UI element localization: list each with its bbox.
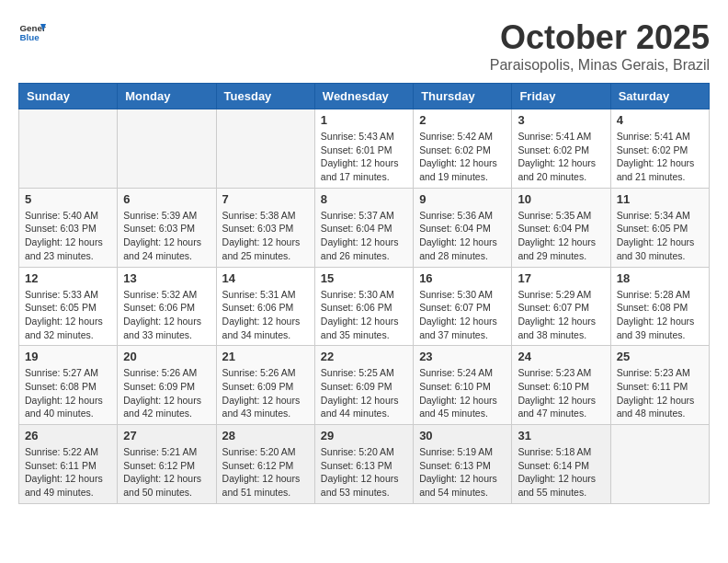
page-header: General Blue October 2025 Paraisopolis, … xyxy=(18,18,710,74)
day-info: Sunrise: 5:36 AMSunset: 6:04 PMDaylight:… xyxy=(419,209,506,263)
calendar-cell: 22Sunrise: 5:25 AMSunset: 6:09 PMDayligh… xyxy=(314,346,413,425)
weekday-header-sunday: Sunday xyxy=(19,84,118,109)
day-number: 18 xyxy=(617,271,703,285)
calendar-cell: 27Sunrise: 5:21 AMSunset: 6:12 PMDayligh… xyxy=(118,425,216,504)
day-info: Sunrise: 5:38 AMSunset: 6:03 PMDaylight:… xyxy=(222,209,309,263)
day-number: 8 xyxy=(321,192,407,206)
calendar-cell xyxy=(19,109,118,189)
week-row-4: 19Sunrise: 5:27 AMSunset: 6:08 PMDayligh… xyxy=(19,346,710,425)
day-number: 19 xyxy=(25,350,111,363)
day-number: 21 xyxy=(222,350,309,363)
day-info: Sunrise: 5:30 AMSunset: 6:07 PMDaylight:… xyxy=(419,288,506,342)
day-number: 10 xyxy=(518,192,604,206)
day-info: Sunrise: 5:39 AMSunset: 6:03 PMDaylight:… xyxy=(123,209,210,263)
calendar-cell: 31Sunrise: 5:18 AMSunset: 6:14 PMDayligh… xyxy=(512,425,610,504)
week-row-3: 12Sunrise: 5:33 AMSunset: 6:05 PMDayligh… xyxy=(19,267,710,346)
logo: General Blue xyxy=(18,18,50,46)
location-title: Paraisopolis, Minas Gerais, Brazil xyxy=(490,57,710,74)
day-info: Sunrise: 5:42 AMSunset: 6:02 PMDaylight:… xyxy=(419,130,506,184)
day-info: Sunrise: 5:25 AMSunset: 6:09 PMDaylight:… xyxy=(321,366,407,420)
logo-icon: General Blue xyxy=(18,18,46,46)
day-info: Sunrise: 5:18 AMSunset: 6:14 PMDaylight:… xyxy=(518,445,604,500)
calendar-cell: 12Sunrise: 5:33 AMSunset: 6:05 PMDayligh… xyxy=(19,267,118,346)
calendar-cell: 28Sunrise: 5:20 AMSunset: 6:12 PMDayligh… xyxy=(216,425,314,504)
calendar-table: SundayMondayTuesdayWednesdayThursdayFrid… xyxy=(18,83,710,504)
day-number: 28 xyxy=(222,429,309,442)
week-row-5: 26Sunrise: 5:22 AMSunset: 6:11 PMDayligh… xyxy=(19,425,710,504)
month-title: October 2025 xyxy=(490,18,710,57)
day-number: 5 xyxy=(25,192,111,206)
calendar-cell: 5Sunrise: 5:40 AMSunset: 6:03 PMDaylight… xyxy=(19,188,118,267)
calendar-cell: 30Sunrise: 5:19 AMSunset: 6:13 PMDayligh… xyxy=(414,425,512,504)
day-number: 1 xyxy=(321,113,407,127)
calendar-cell: 23Sunrise: 5:24 AMSunset: 6:10 PMDayligh… xyxy=(414,346,512,425)
day-info: Sunrise: 5:24 AMSunset: 6:10 PMDaylight:… xyxy=(419,366,506,420)
day-number: 12 xyxy=(25,271,111,285)
calendar-cell: 6Sunrise: 5:39 AMSunset: 6:03 PMDaylight… xyxy=(118,188,216,267)
day-number: 31 xyxy=(518,429,604,442)
day-info: Sunrise: 5:35 AMSunset: 6:04 PMDaylight:… xyxy=(518,209,604,263)
day-number: 20 xyxy=(123,350,210,363)
calendar-cell: 16Sunrise: 5:30 AMSunset: 6:07 PMDayligh… xyxy=(414,267,512,346)
day-info: Sunrise: 5:30 AMSunset: 6:06 PMDaylight:… xyxy=(321,288,407,342)
day-info: Sunrise: 5:21 AMSunset: 6:12 PMDaylight:… xyxy=(123,445,210,500)
title-section: October 2025 Paraisopolis, Minas Gerais,… xyxy=(490,18,710,74)
calendar-cell xyxy=(610,425,709,504)
day-info: Sunrise: 5:43 AMSunset: 6:01 PMDaylight:… xyxy=(321,130,407,184)
calendar-cell: 20Sunrise: 5:26 AMSunset: 6:09 PMDayligh… xyxy=(118,346,216,425)
weekday-header-row: SundayMondayTuesdayWednesdayThursdayFrid… xyxy=(19,84,710,109)
calendar-cell: 18Sunrise: 5:28 AMSunset: 6:08 PMDayligh… xyxy=(610,267,709,346)
calendar-cell: 10Sunrise: 5:35 AMSunset: 6:04 PMDayligh… xyxy=(512,188,610,267)
day-info: Sunrise: 5:41 AMSunset: 6:02 PMDaylight:… xyxy=(518,130,604,184)
calendar-cell: 25Sunrise: 5:23 AMSunset: 6:11 PMDayligh… xyxy=(610,346,709,425)
day-info: Sunrise: 5:22 AMSunset: 6:11 PMDaylight:… xyxy=(25,445,111,500)
day-info: Sunrise: 5:34 AMSunset: 6:05 PMDaylight:… xyxy=(617,209,703,263)
day-number: 2 xyxy=(419,113,506,127)
calendar-cell: 17Sunrise: 5:29 AMSunset: 6:07 PMDayligh… xyxy=(512,267,610,346)
day-number: 4 xyxy=(617,113,703,127)
day-number: 15 xyxy=(321,271,407,285)
calendar-cell: 9Sunrise: 5:36 AMSunset: 6:04 PMDaylight… xyxy=(414,188,512,267)
day-info: Sunrise: 5:20 AMSunset: 6:13 PMDaylight:… xyxy=(321,445,407,500)
weekday-header-tuesday: Tuesday xyxy=(216,84,314,109)
day-number: 13 xyxy=(123,271,210,285)
week-row-2: 5Sunrise: 5:40 AMSunset: 6:03 PMDaylight… xyxy=(19,188,710,267)
day-number: 27 xyxy=(123,429,210,442)
calendar-cell: 21Sunrise: 5:26 AMSunset: 6:09 PMDayligh… xyxy=(216,346,314,425)
day-info: Sunrise: 5:37 AMSunset: 6:04 PMDaylight:… xyxy=(321,209,407,263)
day-info: Sunrise: 5:19 AMSunset: 6:13 PMDaylight:… xyxy=(419,445,506,500)
svg-text:Blue: Blue xyxy=(20,32,40,42)
weekday-header-saturday: Saturday xyxy=(610,84,709,109)
day-info: Sunrise: 5:29 AMSunset: 6:07 PMDaylight:… xyxy=(518,288,604,342)
day-info: Sunrise: 5:26 AMSunset: 6:09 PMDaylight:… xyxy=(123,366,210,420)
calendar-cell: 14Sunrise: 5:31 AMSunset: 6:06 PMDayligh… xyxy=(216,267,314,346)
day-number: 29 xyxy=(321,429,407,442)
calendar-cell: 4Sunrise: 5:41 AMSunset: 6:02 PMDaylight… xyxy=(610,109,709,189)
calendar-body: 1Sunrise: 5:43 AMSunset: 6:01 PMDaylight… xyxy=(19,109,710,504)
calendar-cell: 11Sunrise: 5:34 AMSunset: 6:05 PMDayligh… xyxy=(610,188,709,267)
calendar-cell: 8Sunrise: 5:37 AMSunset: 6:04 PMDaylight… xyxy=(314,188,413,267)
day-info: Sunrise: 5:20 AMSunset: 6:12 PMDaylight:… xyxy=(222,445,309,500)
day-info: Sunrise: 5:32 AMSunset: 6:06 PMDaylight:… xyxy=(123,288,210,342)
day-number: 25 xyxy=(617,350,703,363)
calendar-cell: 2Sunrise: 5:42 AMSunset: 6:02 PMDaylight… xyxy=(414,109,512,189)
day-number: 23 xyxy=(419,350,506,363)
calendar-cell: 3Sunrise: 5:41 AMSunset: 6:02 PMDaylight… xyxy=(512,109,610,189)
calendar-cell xyxy=(118,109,216,189)
calendar-cell: 26Sunrise: 5:22 AMSunset: 6:11 PMDayligh… xyxy=(19,425,118,504)
week-row-1: 1Sunrise: 5:43 AMSunset: 6:01 PMDaylight… xyxy=(19,109,710,189)
calendar-cell: 7Sunrise: 5:38 AMSunset: 6:03 PMDaylight… xyxy=(216,188,314,267)
day-number: 9 xyxy=(419,192,506,206)
day-info: Sunrise: 5:33 AMSunset: 6:05 PMDaylight:… xyxy=(25,288,111,342)
day-number: 30 xyxy=(419,429,506,442)
day-info: Sunrise: 5:23 AMSunset: 6:11 PMDaylight:… xyxy=(617,366,703,420)
weekday-header-wednesday: Wednesday xyxy=(314,84,413,109)
day-number: 14 xyxy=(222,271,309,285)
day-number: 6 xyxy=(123,192,210,206)
day-info: Sunrise: 5:40 AMSunset: 6:03 PMDaylight:… xyxy=(25,209,111,263)
calendar-cell: 1Sunrise: 5:43 AMSunset: 6:01 PMDaylight… xyxy=(314,109,413,189)
weekday-header-thursday: Thursday xyxy=(414,84,512,109)
calendar-cell: 15Sunrise: 5:30 AMSunset: 6:06 PMDayligh… xyxy=(314,267,413,346)
day-info: Sunrise: 5:26 AMSunset: 6:09 PMDaylight:… xyxy=(222,366,309,420)
weekday-header-monday: Monday xyxy=(118,84,216,109)
